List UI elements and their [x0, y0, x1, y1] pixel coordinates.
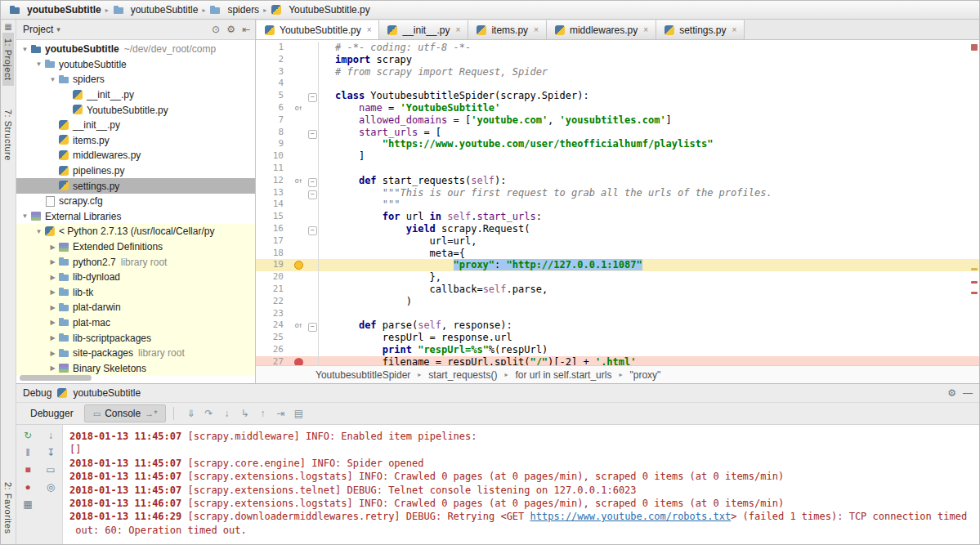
- settings-icon[interactable]: ⚙: [226, 24, 235, 35]
- project-tree-item[interactable]: ▶lib-dynload: [16, 270, 255, 285]
- stripe-button-favorites[interactable]: 2: Favorites: [2, 476, 14, 539]
- pin-icon[interactable]: ◎: [47, 482, 55, 492]
- step-over-icon[interactable]: ↷: [199, 408, 217, 419]
- stripe-button-project[interactable]: 1: Project: [2, 33, 14, 86]
- tree-right-arrow-icon[interactable]: ▶: [47, 350, 58, 357]
- fold-minus-icon[interactable]: −: [308, 130, 317, 139]
- project-tree-item[interactable]: ▶Binary Skeletons: [16, 360, 255, 376]
- restore-layout-icon[interactable]: ▦: [23, 499, 32, 509]
- error-stripe-mark[interactable]: [971, 281, 978, 284]
- project-panel-title[interactable]: Project: [21, 24, 53, 35]
- code-text[interactable]: for url in self.start_urls:: [319, 211, 979, 223]
- code-text[interactable]: """: [319, 199, 979, 211]
- pause-icon[interactable]: ‖: [26, 448, 30, 458]
- editor-body[interactable]: 1# -*- coding: utf-8 -*-2import scrapy3#…: [256, 40, 979, 365]
- console-settings-icon[interactable]: ▭: [46, 465, 55, 475]
- tree-right-arrow-icon[interactable]: ▶: [47, 319, 58, 326]
- code-text[interactable]: ): [319, 296, 979, 308]
- code-line[interactable]: 25 respUrl = response.url: [256, 332, 979, 344]
- code-text[interactable]: import scrapy: [319, 54, 979, 66]
- code-text[interactable]: name = 'YoutubeSubtitle': [319, 102, 979, 114]
- code-line[interactable]: 17 url=url,: [256, 235, 979, 248]
- tree-right-arrow-icon[interactable]: ▶: [47, 288, 58, 296]
- tree-right-arrow-icon[interactable]: ▶: [47, 243, 58, 251]
- fold-marker-icon[interactable]: −: [307, 127, 319, 139]
- close-icon[interactable]: ×: [643, 25, 648, 34]
- code-line[interactable]: 11: [256, 163, 979, 175]
- project-tree-item[interactable]: ▶python2.7library root: [16, 254, 255, 270]
- tree-down-arrow-icon[interactable]: ▼: [20, 212, 30, 220]
- editor-tab[interactable]: middlewares.py×: [547, 20, 656, 39]
- editor-tab[interactable]: items.py×: [468, 20, 547, 39]
- code-text[interactable]: [319, 78, 979, 90]
- code-line[interactable]: 18 meta={: [256, 248, 979, 260]
- tree-down-arrow-icon[interactable]: ▼: [47, 76, 58, 83]
- top-breadcrumb-item[interactable]: youtubeSubtitle: [7, 4, 103, 16]
- top-breadcrumb-item[interactable]: youtubeSubtitle: [111, 4, 200, 16]
- fold-marker-icon[interactable]: −: [307, 223, 319, 235]
- code-line[interactable]: 4: [256, 78, 979, 90]
- project-tree-item[interactable]: ▶lib-scriptpackages: [16, 330, 255, 346]
- code-text[interactable]: meta={: [319, 248, 979, 260]
- tree-right-arrow-icon[interactable]: ▶: [47, 274, 58, 281]
- top-breadcrumb-item[interactable]: YoutubeSubtitle.py: [269, 4, 372, 16]
- code-line[interactable]: 13− """This is our first request to grab…: [256, 187, 979, 199]
- settings-icon[interactable]: ⚙: [947, 387, 956, 399]
- tree-down-arrow-icon[interactable]: ▼: [20, 46, 30, 53]
- tree-down-arrow-icon[interactable]: ▼: [34, 60, 44, 68]
- project-tree-item[interactable]: __init__.py: [16, 87, 255, 103]
- project-tree-item[interactable]: ▼youtubeSubtitle~/dev/dev_root/comp: [16, 42, 255, 57]
- project-tree-item[interactable]: YoutubeSubtitle.py: [16, 102, 255, 118]
- step-into-icon[interactable]: ↓: [217, 408, 235, 419]
- code-line[interactable]: 5−class YoutubesubtitleSpider(scrapy.Spi…: [256, 90, 979, 102]
- code-text[interactable]: start_urls = [: [319, 127, 979, 139]
- project-tree-item[interactable]: __init__.py: [16, 118, 255, 133]
- code-line[interactable]: 8− start_urls = [: [256, 127, 979, 139]
- tree-right-arrow-icon[interactable]: ▶: [47, 364, 58, 372]
- project-tree-item[interactable]: settings.py: [16, 178, 255, 194]
- code-line[interactable]: 10 ]: [256, 150, 979, 163]
- project-tree-item[interactable]: ▼< Python 2.7.13 (/usr/local/Cellar/py: [16, 224, 255, 239]
- hide-panel-icon[interactable]: —: [963, 387, 973, 399]
- debug-tab-debugger[interactable]: Debugger: [21, 404, 83, 422]
- fold-minus-icon[interactable]: −: [308, 93, 317, 102]
- rerun-icon[interactable]: ↻: [24, 431, 32, 440]
- close-icon[interactable]: ×: [534, 25, 539, 34]
- override-icon[interactable]: o↑: [289, 102, 307, 114]
- bulb-icon[interactable]: [289, 259, 307, 271]
- code-text[interactable]: "https://www.youtube.com/user/theofficia…: [319, 138, 979, 150]
- code-line[interactable]: 23: [256, 308, 979, 320]
- code-text[interactable]: def parse(self, response):: [319, 319, 979, 332]
- project-tree-item[interactable]: ▶lib-tk: [16, 285, 255, 301]
- evaluate-expression-icon[interactable]: ▤: [289, 408, 307, 419]
- editor-tab[interactable]: YoutubeSubtitle.py×: [257, 20, 379, 39]
- step-down-icon[interactable]: ↓: [48, 431, 53, 440]
- force-step-into-icon[interactable]: ↳: [235, 408, 253, 419]
- tree-right-arrow-icon[interactable]: ▶: [47, 258, 58, 266]
- code-text[interactable]: def start_requests(self):: [319, 175, 979, 187]
- code-line[interactable]: 6o↑ name = 'YoutubeSubtitle': [256, 102, 979, 114]
- tree-right-arrow-icon[interactable]: ▶: [47, 304, 58, 311]
- fold-marker-icon[interactable]: −: [307, 187, 319, 199]
- code-text[interactable]: },: [319, 271, 979, 284]
- code-area[interactable]: 1# -*- coding: utf-8 -*-2import scrapy3#…: [256, 42, 979, 365]
- project-tree-item[interactable]: ▶plat-darwin: [16, 300, 255, 315]
- error-stripe-mark[interactable]: [971, 292, 978, 294]
- locate-icon[interactable]: ⊙: [212, 24, 220, 35]
- stripe-button-structure[interactable]: 7: Structure: [2, 104, 14, 167]
- fold-minus-icon[interactable]: −: [308, 226, 317, 235]
- project-tree-item[interactable]: scrapy.cfg: [16, 194, 255, 209]
- editor-breadcrumb-item[interactable]: YoutubesubtitleSpider: [313, 369, 413, 381]
- code-text[interactable]: "proxy": "http://127.0.0.1:1087": [319, 259, 979, 271]
- editor-tab[interactable]: settings.py×: [656, 20, 745, 39]
- error-stripe-mark[interactable]: [971, 44, 978, 51]
- show-execution-point-icon[interactable]: ⇓: [181, 408, 199, 419]
- override-icon[interactable]: o↑: [289, 319, 307, 332]
- fold-minus-icon[interactable]: −: [308, 323, 317, 332]
- code-line[interactable]: 26 print "respUrl=%s"%(respUrl): [256, 344, 979, 356]
- fold-marker-icon[interactable]: −: [307, 319, 319, 332]
- code-text[interactable]: respUrl = response.url: [319, 332, 979, 344]
- close-icon[interactable]: ×: [367, 25, 372, 34]
- fold-minus-icon[interactable]: −: [308, 190, 317, 199]
- fold-minus-icon[interactable]: −: [308, 178, 317, 187]
